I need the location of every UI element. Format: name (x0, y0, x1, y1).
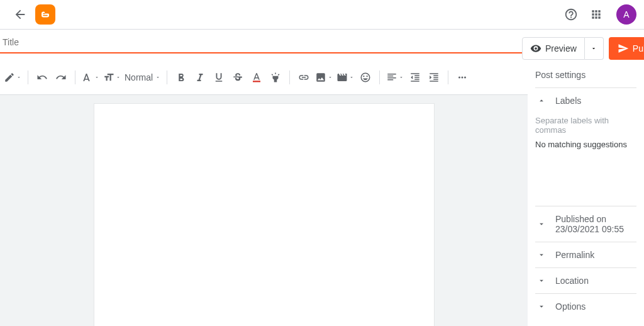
redo-icon (55, 72, 67, 83)
image-icon (315, 72, 326, 83)
account-avatar[interactable]: A (616, 4, 636, 25)
labels-label: Labels (555, 96, 581, 106)
insert-emoji-button[interactable] (357, 67, 374, 87)
indent-increase-button[interactable] (425, 67, 443, 87)
title-wrap (0, 30, 522, 53)
blogger-icon (40, 9, 51, 20)
bold-button[interactable] (172, 67, 190, 87)
editor-toolbar: Normal (0, 60, 528, 95)
paragraph-style-button[interactable]: Normal (123, 67, 162, 87)
insert-image-button[interactable] (314, 67, 334, 87)
insert-link-button[interactable] (295, 67, 313, 87)
text-color-button[interactable] (248, 67, 265, 87)
undo-icon (36, 72, 48, 83)
location-section[interactable]: Location (535, 267, 636, 293)
text-color-icon (251, 72, 262, 83)
redo-button[interactable] (52, 67, 70, 87)
link-icon (298, 72, 309, 83)
labels-section-header[interactable]: Labels (535, 87, 636, 113)
published-on-line1: Published on (555, 214, 606, 224)
caret-down-icon (328, 72, 333, 82)
permalink-section[interactable]: Permalink (535, 242, 636, 267)
labels-no-match: No matching suggestions (535, 137, 636, 206)
preview-label: Preview (545, 43, 577, 53)
preview-button[interactable]: Preview (522, 37, 585, 60)
italic-icon (194, 72, 206, 83)
chevron-down-icon (535, 220, 548, 228)
font-size-button[interactable] (102, 67, 122, 87)
blogger-logo (35, 4, 55, 25)
post-settings-heading: Post settings (535, 67, 636, 87)
toolbar-separator (289, 70, 290, 84)
post-settings-panel: Post settings Labels Separate labels wit… (528, 60, 644, 326)
toolbar-separator (28, 70, 28, 84)
labels-hint: Separate labels with commas (535, 113, 636, 137)
caret-down-icon (116, 72, 121, 82)
preview-menu-button[interactable] (585, 37, 604, 60)
more-horizontal-icon (457, 72, 468, 83)
send-icon (618, 43, 629, 54)
caret-down-icon (16, 72, 21, 82)
emoji-icon (360, 72, 371, 83)
indent-decrease-button[interactable] (406, 67, 424, 87)
labels-section-body: Separate labels with commas No matching … (535, 113, 636, 206)
highlight-icon (270, 72, 281, 83)
toolbar-separator (167, 70, 167, 84)
align-left-icon (386, 72, 397, 83)
main-area: Normal (0, 60, 644, 326)
published-on-line2: 23/03/2021 09:55 (555, 224, 624, 234)
options-section[interactable]: Options (535, 293, 636, 319)
pen-icon (4, 72, 15, 83)
indent-increase-icon (428, 72, 440, 83)
undo-button[interactable] (33, 67, 51, 87)
underline-icon (213, 72, 225, 83)
chevron-down-icon (535, 250, 548, 259)
location-label: Location (555, 276, 589, 286)
editor-page[interactable] (94, 104, 434, 326)
published-on-section[interactable]: Published on 23/03/2021 09:55 (535, 206, 636, 242)
avatar-initial: A (623, 9, 629, 20)
apps-icon (590, 8, 602, 21)
caret-down-icon (155, 72, 160, 82)
align-button[interactable] (385, 67, 405, 87)
post-title-input[interactable] (0, 30, 522, 53)
more-options-button[interactable] (453, 67, 471, 87)
toolbar-separator (448, 70, 448, 84)
underline-button[interactable] (210, 67, 228, 87)
app-bar: A (0, 0, 644, 30)
italic-button[interactable] (191, 67, 209, 87)
strikethrough-button[interactable] (229, 67, 247, 87)
insert-video-button[interactable] (335, 67, 355, 87)
font-icon (82, 72, 93, 83)
strikethrough-icon (232, 72, 243, 83)
caret-down-icon (399, 72, 404, 82)
editor-column: Normal (0, 60, 528, 326)
highlight-color-button[interactable] (267, 67, 284, 87)
eye-icon (530, 43, 541, 54)
toolbar-separator (379, 70, 380, 84)
svg-rect-0 (253, 81, 260, 82)
paragraph-style-label: Normal (125, 72, 154, 82)
font-family-button[interactable] (80, 67, 101, 87)
bold-icon (175, 72, 187, 83)
compose-mode-button[interactable] (3, 67, 23, 87)
indent-decrease-icon (409, 72, 421, 83)
apps-button[interactable] (584, 2, 609, 27)
help-icon (564, 8, 578, 21)
caret-down-icon (591, 45, 597, 52)
editor-canvas-area (0, 95, 528, 326)
permalink-label: Permalink (555, 250, 594, 260)
chevron-down-icon (535, 302, 548, 311)
arrow-left-icon (13, 8, 27, 21)
options-label: Options (555, 301, 586, 312)
caret-down-icon (94, 72, 99, 82)
chevron-up-icon (535, 96, 548, 105)
publish-button[interactable]: Publish (609, 37, 644, 60)
back-button[interactable] (8, 2, 33, 27)
help-button[interactable] (558, 2, 584, 27)
text-size-icon (103, 72, 114, 83)
chevron-down-icon (535, 276, 548, 285)
video-icon (336, 72, 348, 83)
published-on-label: Published on 23/03/2021 09:55 (555, 214, 624, 234)
toolbar-separator (75, 70, 75, 84)
